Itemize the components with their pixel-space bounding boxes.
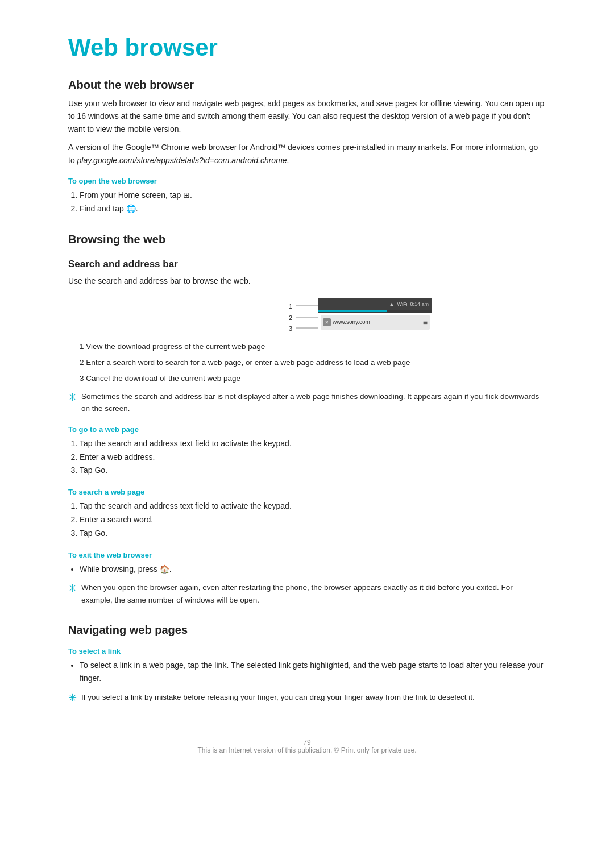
about-para1: Use your web browser to view and navigat… xyxy=(68,97,546,135)
about-heading: About the web browser xyxy=(68,78,546,92)
tip-select-link: ✳ If you select a link by mistake before… xyxy=(68,691,546,704)
menu-icon: ≡ xyxy=(423,318,428,327)
browser-topbar: ▲ WiFi 8:14 am xyxy=(318,298,432,310)
address-text: www.sony.com xyxy=(333,319,421,325)
signal-icon: ▲ xyxy=(389,301,395,307)
cancel-icon: ✕ xyxy=(323,318,331,326)
search-bar-desc: Use the search and address bar to browse… xyxy=(68,275,546,287)
go-step-2: Enter a web address. xyxy=(80,451,546,464)
page-number: 79 xyxy=(303,738,310,746)
callout-lines xyxy=(291,298,320,338)
open-step-1: From your Home screen, tap ⊞. xyxy=(80,189,546,202)
open-browser-heading: To open the web browser xyxy=(68,177,546,185)
tip-text-3: If you select a link by mistake before r… xyxy=(81,691,475,704)
footer-note: This is an Internet version of this publ… xyxy=(197,746,416,754)
open-step-2: Find and tap 🌐. xyxy=(80,202,546,216)
search-step-2: Enter a search word. xyxy=(80,513,546,527)
select-link-heading: To select a link xyxy=(68,647,546,655)
browsing-heading: Browsing the web xyxy=(68,233,546,246)
time-display: 8:14 am xyxy=(410,301,429,307)
tip-icon-3: ✳ xyxy=(68,692,77,704)
search-step-3: Tap Go. xyxy=(80,527,546,541)
search-step-1: Tap the search and address text field to… xyxy=(80,500,546,513)
browser-mock: ▲ WiFi 8:14 am ✕ www.sony.com ≡ xyxy=(318,298,432,330)
about-para2-suffix: . xyxy=(287,156,289,165)
page-footer: 79 This is an Internet version of this p… xyxy=(68,738,546,754)
exit-heading: To exit the web browser xyxy=(68,551,546,559)
go-step-3: Tap Go. xyxy=(80,464,546,477)
exit-bullet: While browsing, press 🏠. xyxy=(80,563,546,576)
annotations: 1 View the download progress of the curr… xyxy=(80,341,546,385)
browser-figure: 1 2 3 ▲ WiFi 8:14 am ✕ www.sony.com ≡ xyxy=(68,298,546,332)
go-to-page-heading: To go to a web page xyxy=(68,425,546,434)
about-para2: A version of the Google™ Chrome web brow… xyxy=(68,141,546,167)
select-link-steps: To select a link in a web page, tap the … xyxy=(80,659,546,686)
page-title: Web browser xyxy=(68,34,546,61)
figure-outer: 1 2 3 ▲ WiFi 8:14 am ✕ www.sony.com ≡ xyxy=(199,298,415,332)
address-bar: ✕ www.sony.com ≡ xyxy=(321,315,430,330)
tip-search-bar: ✳ Sometimes the search and address bar i… xyxy=(68,391,546,415)
search-bar-heading: Search and address bar xyxy=(68,259,546,270)
wifi-icon: WiFi xyxy=(397,301,407,307)
annotation-3: 3 Cancel the download of the current web… xyxy=(80,373,546,384)
progress-bar xyxy=(318,310,387,312)
go-to-page-steps: Tap the search and address text field to… xyxy=(80,437,546,477)
search-page-steps: Tap the search and address text field to… xyxy=(80,500,546,540)
tip-text-2: When you open the browser again, even af… xyxy=(81,582,546,606)
annotation-1: 1 View the download progress of the curr… xyxy=(80,341,546,352)
open-browser-steps: From your Home screen, tap ⊞. Find and t… xyxy=(80,189,546,216)
annotation-2: 2 Enter a search word to search for a we… xyxy=(80,357,546,368)
navigating-heading: Navigating web pages xyxy=(68,624,546,637)
tip-exit: ✳ When you open the browser again, even … xyxy=(68,582,546,606)
exit-steps: While browsing, press 🏠. xyxy=(80,563,546,576)
go-step-1: Tap the search and address text field to… xyxy=(80,437,546,451)
tip-text-1: Sometimes the search and address bar is … xyxy=(81,391,546,415)
tip-icon-1: ✳ xyxy=(68,391,77,404)
tip-icon-2: ✳ xyxy=(68,582,77,595)
about-para2-link: play.google.com/store/apps/details?id=co… xyxy=(77,156,287,165)
search-page-heading: To search a web page xyxy=(68,488,546,496)
select-bullet: To select a link in a web page, tap the … xyxy=(80,659,546,686)
progress-bar-area xyxy=(318,310,432,313)
